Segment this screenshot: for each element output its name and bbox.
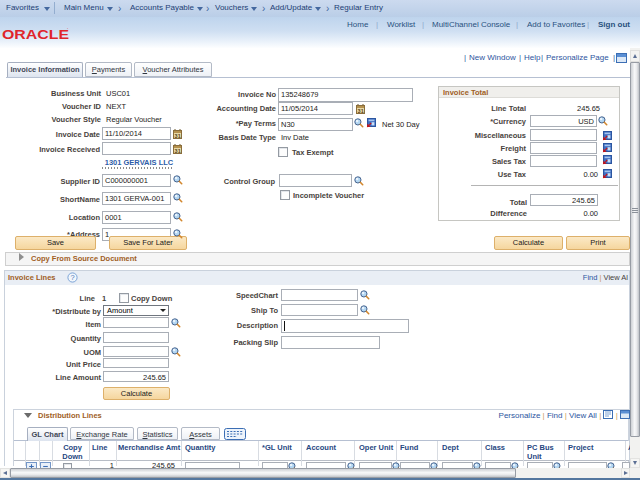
svg-text:31: 31 bbox=[175, 148, 181, 154]
svg-text:?: ? bbox=[70, 273, 74, 282]
svg-text:31: 31 bbox=[358, 108, 364, 114]
svg-text:31: 31 bbox=[175, 133, 181, 139]
